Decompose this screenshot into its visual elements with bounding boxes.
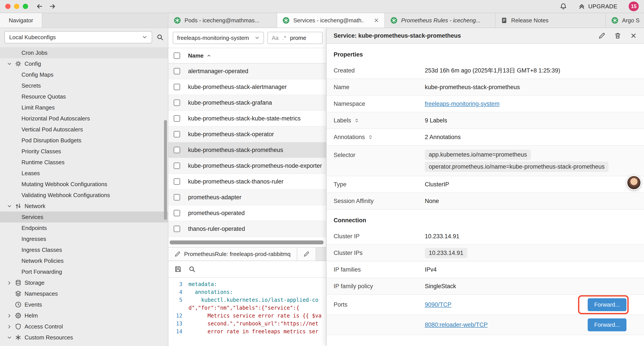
sidebar-item[interactable]: Limit Ranges: [0, 102, 168, 113]
port-forward-button[interactable]: Forward...: [588, 319, 626, 331]
row-checkbox[interactable]: [174, 115, 180, 122]
sidebar-item[interactable]: Runtime Classes: [0, 157, 168, 168]
expand-collapse-icon[interactable]: [354, 118, 359, 123]
editor-tab-clipped[interactable]: [297, 248, 316, 261]
upgrade-button[interactable]: UPGRADE: [578, 3, 618, 10]
sidebar-item-label: Config Maps: [22, 71, 54, 78]
sidebar-item[interactable]: Config Maps: [0, 69, 168, 80]
sidebar-item[interactable]: Cron Jobs: [0, 47, 168, 58]
select-all-checkbox[interactable]: [174, 52, 180, 59]
close-drawer-button[interactable]: [630, 32, 637, 39]
sidebar-item[interactable]: Pod Disruption Budgets: [0, 135, 168, 146]
save-button[interactable]: [174, 266, 182, 273]
row-checkbox[interactable]: [174, 226, 180, 232]
sidebar-item[interactable]: Leases: [0, 168, 168, 179]
tab-services[interactable]: Services - icecheng@math...: [277, 13, 385, 27]
sidebar-item[interactable]: Network: [0, 201, 168, 212]
row-checkbox[interactable]: [174, 131, 180, 137]
edit-button[interactable]: [598, 32, 606, 39]
sidebar-item-label: Secrets: [22, 82, 41, 89]
sidebar-item-label: Endpoints: [22, 225, 47, 232]
row-checkbox[interactable]: [174, 194, 180, 201]
row-checkbox[interactable]: [174, 210, 180, 216]
row-checkbox[interactable]: [174, 84, 180, 90]
table-row[interactable]: alertmanager-operated: [168, 63, 327, 79]
table-row[interactable]: kube-prometheus-stack-grafana: [168, 95, 327, 111]
sidebar-item[interactable]: Secrets: [0, 80, 168, 91]
sidebar-item[interactable]: Endpoints: [0, 223, 168, 233]
regex-toggle[interactable]: .*: [282, 35, 286, 41]
user-avatar[interactable]: [626, 175, 641, 190]
notification-count-badge[interactable]: 15: [629, 1, 639, 11]
sidebar-item[interactable]: Access Control: [0, 321, 168, 332]
window-minimize-button[interactable]: [14, 4, 19, 9]
tab-argo[interactable]: Argo S: [606, 13, 644, 27]
row-label: Name: [334, 84, 425, 91]
sidebar-item[interactable]: Validating Webhook Configurations: [0, 190, 168, 201]
table-row[interactable]: prometheus-adapter: [168, 190, 327, 205]
name-column-header[interactable]: Name: [188, 52, 204, 59]
sidebar-item[interactable]: Vertical Pod Autoscalers: [0, 124, 168, 135]
sidebar-item[interactable]: Resource Quotas: [0, 91, 168, 102]
sidebar-search-button[interactable]: [156, 34, 164, 41]
editor-search-button[interactable]: [188, 266, 196, 273]
table-row[interactable]: prometheus-operated: [168, 205, 327, 221]
sidebar-scrollbar[interactable]: [164, 120, 167, 220]
sidebar-item[interactable]: Helm: [0, 310, 168, 321]
sidebar-item[interactable]: Network Policies: [0, 255, 168, 266]
namespace-link[interactable]: freeleaps-monitoring-system: [425, 100, 500, 107]
search-input[interactable]: [290, 34, 318, 41]
sort-ascending-icon[interactable]: [206, 53, 212, 58]
window-zoom-button[interactable]: [23, 4, 28, 9]
back-button[interactable]: [34, 1, 45, 11]
row-checkbox[interactable]: [174, 99, 180, 106]
port-forward-button[interactable]: Forward...: [588, 298, 626, 311]
sidebar-item[interactable]: Services: [0, 212, 168, 223]
horizontal-scrollbar-thumb[interactable]: [170, 240, 324, 244]
tab-close-icon[interactable]: [374, 17, 379, 23]
row-checkbox[interactable]: [174, 162, 180, 169]
row-checkbox[interactable]: [174, 178, 180, 185]
row-checkbox[interactable]: [174, 147, 180, 153]
sidebar-item[interactable]: Config: [0, 58, 168, 69]
sidebar-item[interactable]: Definitions: [0, 343, 168, 346]
expand-collapse-icon[interactable]: [368, 135, 373, 139]
sidebar-item[interactable]: Custom Resources: [0, 332, 168, 343]
match-case-toggle[interactable]: Aa: [272, 35, 278, 41]
service-name: thanos-ruler-operated: [188, 226, 245, 232]
port-link[interactable]: 8080:reloader-web/TCP: [425, 322, 488, 328]
forward-button[interactable]: [47, 1, 58, 11]
port-link[interactable]: 9090/TCP: [425, 301, 452, 308]
table-row[interactable]: kube-prometheus-stack-operator: [168, 127, 327, 142]
table-row[interactable]: thanos-ruler-operated: [168, 221, 327, 237]
editor-line: d","for":"nm","labels":{"service":{: [168, 304, 327, 312]
sidebar-item[interactable]: Events: [0, 299, 168, 310]
table-row[interactable]: kube-prometheus-stack-kube-state-metrics: [168, 111, 327, 127]
table-row[interactable]: kube-prometheus-stack-prometheus: [168, 142, 327, 158]
sidebar-item[interactable]: Mutating Webhook Configurations: [0, 179, 168, 190]
namespace-filter-dropdown[interactable]: freeleaps-monitoring-system: [173, 32, 264, 44]
tab-release-notes[interactable]: Release Notes: [496, 13, 606, 27]
sidebar-item[interactable]: Port Forwarding: [0, 266, 168, 277]
yaml-editor[interactable]: 3metadata: 4 annotations: 5 kubectl.kube…: [168, 278, 327, 346]
drawer-row-selector: Selector app.kubernetes.io/name=promethe…: [326, 146, 644, 176]
navigator-panel-tab[interactable]: Navigator: [0, 13, 42, 27]
sidebar-item[interactable]: Ingresses: [0, 233, 168, 244]
sidebar-item[interactable]: Horizontal Pod Autoscalers: [0, 113, 168, 124]
forward-button-wrap: Forward...: [588, 319, 626, 331]
table-row[interactable]: kube-prometheus-stack-alertmanager: [168, 79, 327, 95]
editor-tab-prometheusrule[interactable]: PrometheusRule: freeleaps-prod-rabbitmq: [168, 248, 297, 261]
sidebar-item[interactable]: Storage: [0, 277, 168, 288]
tab-prometheus-rules[interactable]: Prometheus Rules - icecheng...: [385, 13, 496, 27]
sidebar-item[interactable]: Ingress Classes: [0, 244, 168, 255]
table-row[interactable]: kube-prometheus-stack-thanos-ruler: [168, 174, 327, 190]
row-checkbox[interactable]: [174, 68, 180, 74]
kubeconfig-selector[interactable]: Local Kubeconfigs: [4, 31, 152, 43]
sidebar-item[interactable]: Namespaces: [0, 288, 168, 299]
tab-pods[interactable]: Pods - icecheng@mathmas...: [168, 13, 277, 27]
notifications-button[interactable]: [558, 1, 568, 11]
sidebar-item[interactable]: Priority Classes: [0, 146, 168, 157]
window-close-button[interactable]: [5, 4, 10, 9]
delete-button[interactable]: [614, 32, 621, 39]
table-row[interactable]: kube-prometheus-stack-prometheus-node-ex…: [168, 158, 327, 174]
